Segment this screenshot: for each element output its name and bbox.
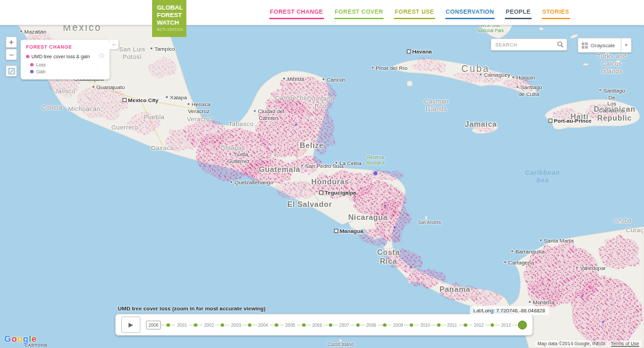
latlong-readout: Lat/Long: 7.720746,-86.048828 bbox=[470, 306, 549, 315]
timeline-year[interactable]: 2001 bbox=[175, 323, 188, 327]
terms-link[interactable]: Terms of Use bbox=[611, 341, 639, 346]
nav-forest-change[interactable]: FOREST CHANGE bbox=[269, 6, 324, 19]
nav-forest-cover[interactable]: FOREST COVER bbox=[334, 6, 384, 19]
legend-item-loss: Loss bbox=[30, 62, 104, 67]
layer-name: UMD tree cover loss & gain bbox=[32, 54, 90, 59]
fit-bounds-button[interactable] bbox=[5, 65, 17, 77]
nav-conservation[interactable]: CONSERVATION bbox=[445, 6, 495, 19]
primary-nav: FOREST CHANGEFOREST COVERFOREST USECONSE… bbox=[269, 0, 570, 25]
timeline-year[interactable]: 2006 bbox=[311, 323, 323, 327]
loss-label: Loss bbox=[36, 62, 46, 67]
layer-color-dot bbox=[26, 55, 29, 58]
google-logo-letter: e bbox=[32, 334, 37, 344]
timeline-dot[interactable] bbox=[410, 323, 413, 327]
timeline-dot[interactable] bbox=[437, 323, 441, 327]
timeline-year[interactable]: 2011 bbox=[446, 323, 458, 327]
map-attribution: Map data ©2014 Google, INEGI Terms of Us… bbox=[535, 340, 641, 347]
timeline-year[interactable]: 2013 bbox=[499, 323, 512, 327]
zoom-in-button[interactable]: + bbox=[5, 36, 17, 48]
gfw-logo[interactable]: GLOBAL FOREST WATCH BETA VERSION bbox=[152, 0, 186, 37]
timeline-dot[interactable] bbox=[464, 323, 467, 327]
timeline-year[interactable]: 2010 bbox=[419, 323, 431, 327]
timeline-year[interactable]: 2009 bbox=[392, 323, 404, 327]
google-logo-letter: o bbox=[12, 334, 17, 344]
timeline-dot[interactable] bbox=[383, 323, 386, 327]
timeline-year[interactable]: 2005 bbox=[284, 323, 296, 327]
basemap-selector[interactable]: Grayscale ▾ bbox=[578, 38, 632, 53]
logo-line: GLOBAL bbox=[157, 4, 186, 12]
timeline-title: UMD tree cover loss (zoom in for most ac… bbox=[118, 306, 266, 312]
timeline-dot[interactable] bbox=[329, 323, 332, 327]
beta-version-label: BETA VERSION bbox=[157, 28, 186, 32]
info-icon[interactable]: ⓘ bbox=[99, 53, 104, 60]
zoom-out-button[interactable]: − bbox=[5, 49, 17, 60]
nav-people[interactable]: PEOPLE bbox=[505, 6, 531, 19]
timeline-dot[interactable] bbox=[166, 323, 170, 327]
timeline-end-handle[interactable] bbox=[518, 321, 527, 330]
basemap-grid-icon bbox=[582, 42, 588, 49]
legend-title: FOREST CHANGE bbox=[26, 45, 104, 49]
cartodb-attribution: CARTODB bbox=[25, 343, 47, 347]
timeline-year[interactable]: 2004 bbox=[257, 323, 269, 327]
gain-label: Gain bbox=[36, 69, 46, 74]
google-logo: Google bbox=[4, 334, 37, 344]
timeline-dot[interactable] bbox=[356, 323, 360, 327]
timeline-dot[interactable] bbox=[248, 323, 251, 327]
loss-color-dot bbox=[30, 63, 34, 66]
logo-line: WATCH bbox=[157, 19, 186, 27]
logo-line: FOREST bbox=[157, 12, 186, 19]
timeline-year[interactable]: 2007 bbox=[338, 323, 350, 327]
timeline-track[interactable]: 2000200120022003200420052006200720082009… bbox=[146, 314, 527, 335]
gain-color-dot bbox=[30, 70, 34, 73]
play-button[interactable]: ▶ bbox=[121, 316, 140, 333]
expand-icon bbox=[8, 68, 15, 75]
timeline-start-handle[interactable]: 2000 bbox=[146, 321, 161, 330]
timeline-dot[interactable] bbox=[221, 323, 224, 327]
legend-minimize-button[interactable]: – bbox=[110, 40, 119, 49]
timeline-dot[interactable] bbox=[491, 323, 494, 327]
search-box bbox=[491, 38, 567, 51]
search-input[interactable] bbox=[494, 42, 557, 48]
basemap-label: Grayscale bbox=[591, 42, 621, 49]
timeline-dot[interactable] bbox=[194, 323, 197, 327]
legend-item-gain: Gain bbox=[30, 69, 104, 74]
timeline-year[interactable]: 2002 bbox=[203, 323, 215, 327]
timeline-year[interactable]: 2008 bbox=[365, 323, 377, 327]
map-data-text: Map data ©2014 Google, INEGI bbox=[537, 341, 605, 346]
nav-stories[interactable]: STORIES bbox=[542, 6, 570, 19]
google-logo-letter: o bbox=[17, 334, 23, 344]
nav-forest-use[interactable]: FOREST USE bbox=[394, 6, 434, 19]
legend-panel: FOREST CHANGE UMD tree cover loss & gain… bbox=[21, 40, 110, 79]
timeline-year[interactable]: 2003 bbox=[230, 323, 242, 327]
google-logo-letter: G bbox=[4, 334, 12, 344]
chevron-down-icon[interactable]: ▾ bbox=[621, 38, 631, 52]
google-logo-letter: g bbox=[23, 334, 29, 344]
timeline-year[interactable]: 2012 bbox=[473, 323, 485, 327]
timeline-bar: ▶ 20002001200220032004200520062007200820… bbox=[115, 314, 533, 336]
legend-layer-row[interactable]: UMD tree cover loss & gain ⓘ bbox=[26, 53, 104, 60]
timeline-dot[interactable] bbox=[275, 323, 278, 327]
app: MexicoCubaBelizeGuatemalaHondurasEl Salv… bbox=[0, 0, 644, 348]
timeline-dot[interactable] bbox=[302, 323, 306, 327]
search-icon[interactable] bbox=[557, 41, 564, 48]
